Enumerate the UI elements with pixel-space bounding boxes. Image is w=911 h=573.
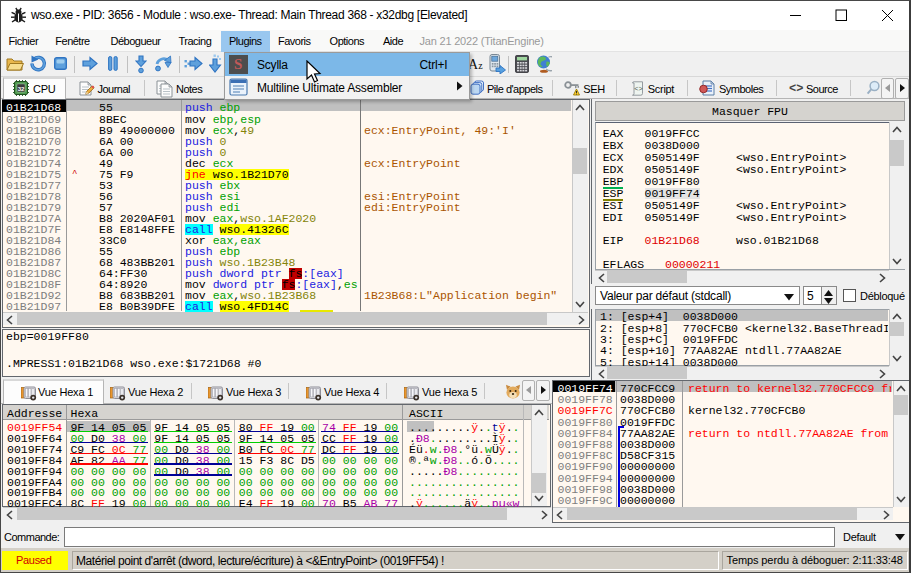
svg-text:32: 32 <box>17 85 24 91</box>
svg-text:<>: <> <box>634 85 642 93</box>
